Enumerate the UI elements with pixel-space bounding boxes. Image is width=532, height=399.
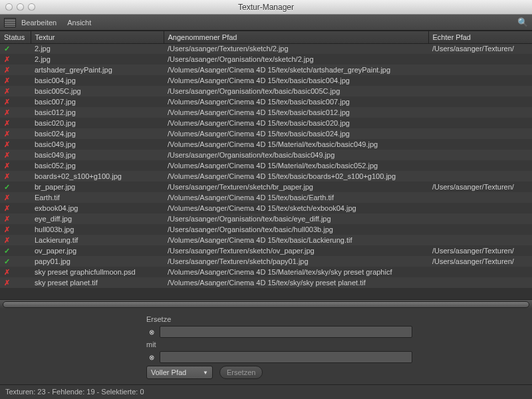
col-assumed-path[interactable]: Angenommener Pfad bbox=[164, 31, 428, 43]
cell-path: /Volumes/Asanger/Cinema 4D 15/tex/basic/… bbox=[164, 128, 428, 139]
check-icon: ✓ bbox=[4, 45, 10, 53]
window-titlebar: Textur-Manager bbox=[0, 0, 532, 15]
horizontal-scrollbar[interactable] bbox=[0, 299, 532, 309]
table-row[interactable]: ✗basic049.jpg/Volumes/Asanger/Cinema 4D … bbox=[0, 139, 532, 150]
cross-icon: ✗ bbox=[4, 268, 10, 276]
cell-real bbox=[428, 86, 532, 96]
table-row[interactable]: ✗sky preset graphicfullmoon.psd/Volumes/… bbox=[0, 267, 532, 277]
cell-path: /Users/asanger/Organisation/tex/basic/ey… bbox=[164, 213, 428, 224]
cell-real bbox=[428, 171, 532, 182]
cell-real bbox=[428, 107, 532, 118]
cell-real bbox=[428, 128, 532, 139]
cell-path: /Users/asanger/Organisation/tex/sketch/2… bbox=[164, 54, 428, 65]
table-row[interactable]: ✗sky preset planet.tif/Volumes/Asanger/C… bbox=[0, 277, 532, 288]
cell-real: /Users/asanger/Texturen/ bbox=[428, 256, 532, 267]
table-row[interactable]: ✗basic004.jpg/Volumes/Asanger/Cinema 4D … bbox=[0, 75, 532, 86]
cross-icon: ✗ bbox=[4, 130, 10, 138]
table-row[interactable]: ✗eye_diff.jpg/Users/asanger/Organisation… bbox=[0, 213, 532, 224]
cell-path: /Volumes/Asanger/Cinema 4D 15/tex/basic/… bbox=[164, 96, 428, 107]
table-row[interactable]: ✓papy01.jpg/Users/asanger/Texturen/sketc… bbox=[0, 256, 532, 267]
ersetze-input[interactable] bbox=[160, 326, 412, 338]
cell-path: /Volumes/Asanger/Cinema 4D 15/Material/t… bbox=[164, 267, 428, 277]
clear-mit-icon[interactable]: ⊗ bbox=[146, 352, 157, 362]
table-row[interactable]: ✗basic049.jpg/Users/asanger/Organisation… bbox=[0, 150, 532, 160]
replace-button[interactable]: Ersetzen bbox=[219, 366, 263, 379]
cell-real bbox=[428, 54, 532, 65]
col-real-path[interactable]: Echter Pfad bbox=[428, 31, 532, 43]
menu-view[interactable]: Ansicht bbox=[67, 19, 91, 27]
search-icon[interactable]: 🔍 bbox=[517, 17, 528, 27]
cell-real bbox=[428, 203, 532, 213]
cross-icon: ✗ bbox=[4, 55, 10, 63]
menu-bar: Bearbeiten Ansicht 🔍 bbox=[0, 15, 532, 31]
cell-real bbox=[428, 224, 532, 235]
table-row[interactable]: ✗basic052.jpg/Volumes/Asanger/Cinema 4D … bbox=[0, 160, 532, 171]
table-row[interactable]: ✗artshader_greyPaint.jpg/Volumes/Asanger… bbox=[0, 65, 532, 75]
cross-icon: ✗ bbox=[4, 76, 10, 84]
cell-texture: eye_diff.jpg bbox=[31, 213, 164, 224]
cross-icon: ✗ bbox=[4, 140, 10, 148]
table-row[interactable]: ✗Lackierung.tif/Volumes/Asanger/Cinema 4… bbox=[0, 235, 532, 245]
cell-real bbox=[428, 65, 532, 75]
cell-texture: basic049.jpg bbox=[31, 139, 164, 150]
cell-real bbox=[428, 267, 532, 277]
table-row[interactable]: ✗hull003b.jpg/Users/asanger/Organisation… bbox=[0, 224, 532, 235]
menu-edit[interactable]: Bearbeiten bbox=[21, 19, 57, 27]
cell-real bbox=[428, 139, 532, 150]
cell-path: /Volumes/Asanger/Cinema 4D 15/tex/basic/… bbox=[164, 192, 428, 203]
cross-icon: ✗ bbox=[4, 151, 10, 159]
col-texture[interactable]: Textur bbox=[31, 31, 164, 43]
status-text: Texturen: 23 - Fehlende: 19 - Selektiert… bbox=[5, 388, 144, 396]
cross-icon: ✗ bbox=[4, 66, 10, 74]
cell-texture: basic024.jpg bbox=[31, 128, 164, 139]
cross-icon: ✗ bbox=[4, 119, 10, 127]
cross-icon: ✗ bbox=[4, 236, 10, 244]
cross-icon: ✗ bbox=[4, 108, 10, 116]
scrollbar-thumb[interactable] bbox=[3, 301, 529, 308]
cell-texture: basic007.jpg bbox=[31, 96, 164, 107]
table-row[interactable]: ✗2.jpg/Users/asanger/Organisation/tex/sk… bbox=[0, 54, 532, 65]
cross-icon: ✗ bbox=[4, 162, 10, 170]
cross-icon: ✗ bbox=[4, 172, 10, 180]
mit-input[interactable] bbox=[160, 351, 412, 363]
cell-path: /Volumes/Asanger/Cinema 4D 15/tex/sketch… bbox=[164, 65, 428, 75]
table-row[interactable]: ✗exbook04.jpg/Volumes/Asanger/Cinema 4D … bbox=[0, 203, 532, 213]
cell-path: /Users/asanger/Organisation/tex/basic/ba… bbox=[164, 150, 428, 160]
cell-texture: hull003b.jpg bbox=[31, 224, 164, 235]
cell-texture: basic004.jpg bbox=[31, 75, 164, 86]
cell-path: /Users/asanger/Organisation/tex/basic/ba… bbox=[164, 86, 428, 96]
cell-texture: basic020.jpg bbox=[31, 118, 164, 128]
table-row[interactable]: ✗basic020.jpg/Volumes/Asanger/Cinema 4D … bbox=[0, 118, 532, 128]
cell-path: /Volumes/Asanger/Cinema 4D 15/tex/basic/… bbox=[164, 118, 428, 128]
table-row[interactable]: ✗boards+02_s100+g100.jpg/Volumes/Asanger… bbox=[0, 171, 532, 182]
clear-ersetze-icon[interactable]: ⊗ bbox=[146, 327, 157, 337]
table-row[interactable]: ✓ov_paper.jpg/Users/asanger/Texturen/ske… bbox=[0, 245, 532, 256]
cell-texture: ov_paper.jpg bbox=[31, 245, 164, 256]
cell-texture: Lackierung.tif bbox=[31, 235, 164, 245]
cell-path: /Volumes/Asanger/Cinema 4D 15/Material/t… bbox=[164, 139, 428, 150]
table-row[interactable]: ✗Earth.tif/Volumes/Asanger/Cinema 4D 15/… bbox=[0, 192, 532, 203]
check-icon: ✓ bbox=[4, 247, 10, 255]
path-mode-dropdown[interactable]: Voller Pfad ▼ bbox=[146, 366, 213, 379]
table-row[interactable]: ✓br_paper.jpg/Users/asanger/Texturen/ske… bbox=[0, 182, 532, 192]
replace-label: Ersetze bbox=[146, 315, 180, 323]
cell-path: /Users/asanger/Texturen/sketch/ov_paper.… bbox=[164, 245, 428, 256]
table-row[interactable]: ✓2.jpg/Users/asanger/Texturen/sketch/2.j… bbox=[0, 43, 532, 54]
mit-label: mit bbox=[146, 340, 180, 348]
col-status[interactable]: Status bbox=[0, 31, 31, 43]
dropdown-label: Voller Pfad bbox=[151, 368, 186, 376]
cell-texture: basic052.jpg bbox=[31, 160, 164, 171]
table-row[interactable]: ✗basic024.jpg/Volumes/Asanger/Cinema 4D … bbox=[0, 128, 532, 139]
cell-path: /Users/asanger/Texturen/sketch/2.jpg bbox=[164, 43, 428, 54]
table-row[interactable]: ✗basic007.jpg/Volumes/Asanger/Cinema 4D … bbox=[0, 96, 532, 107]
table-row[interactable]: ✗basic012.jpg/Volumes/Asanger/Cinema 4D … bbox=[0, 107, 532, 118]
cell-path: /Volumes/Asanger/Cinema 4D 15/tex/basic/… bbox=[164, 235, 428, 245]
cell-path: /Users/asanger/Texturen/sketch/br_paper.… bbox=[164, 182, 428, 192]
cell-real bbox=[428, 192, 532, 203]
cell-real: /Users/asanger/Texturen/ bbox=[428, 182, 532, 192]
cell-path: /Users/asanger/Organisation/tex/basic/hu… bbox=[164, 224, 428, 235]
cell-real bbox=[428, 75, 532, 86]
cell-texture: br_paper.jpg bbox=[31, 182, 164, 192]
cell-texture: papy01.jpg bbox=[31, 256, 164, 267]
table-row[interactable]: ✗basic005C.jpg/Users/asanger/Organisatio… bbox=[0, 86, 532, 96]
